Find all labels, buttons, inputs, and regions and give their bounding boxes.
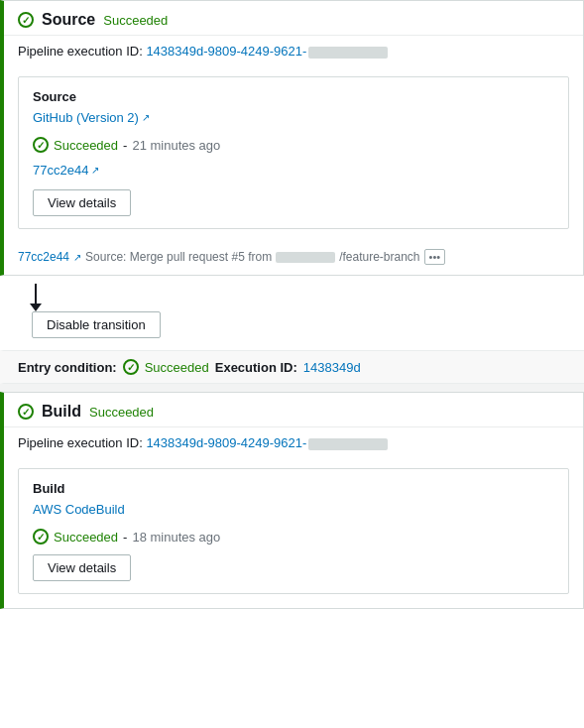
source-view-details-button[interactable]: View details [33,189,131,216]
source-commit-id: 77cc2e44 [33,163,88,178]
source-commit-row: 77cc2e44 ↗ Source: Merge pull request #5… [4,243,583,275]
source-success-row: ✓ Succeeded - 21 minutes ago [33,137,554,153]
source-footer-redacted [276,252,335,263]
build-title: Build [42,403,81,421]
source-card-title: Source [33,89,554,104]
source-card-status: Succeeded [54,138,118,153]
build-section: ✓ Build Succeeded Pipeline execution ID:… [0,392,584,609]
build-time-ago: 18 minutes ago [132,530,220,545]
build-inner-card: Build AWS CodeBuild ✓ Succeeded - 18 min… [18,468,569,594]
source-pipeline-id-link[interactable]: 1438349d-9809-4249-9621- [146,44,306,59]
source-section: ✓ Source Succeeded Pipeline execution ID… [0,0,584,276]
build-card-status: Succeeded [54,530,118,545]
build-provider-label: AWS CodeBuild [33,502,125,517]
build-header: ✓ Build Succeeded [4,393,583,427]
exec-id-label: Execution ID: [215,360,297,375]
build-success-row: ✓ Succeeded - 18 minutes ago [33,529,554,545]
source-provider-link[interactable]: GitHub (Version 2) ↗ [33,110,150,125]
source-provider-label: GitHub (Version 2) [33,110,139,125]
entry-condition-check-icon: ✓ [123,359,139,375]
build-card-check-icon: ✓ [33,529,49,545]
more-icon[interactable]: ••• [424,249,446,265]
source-inner-card: Source GitHub (Version 2) ↗ ✓ Succeeded … [18,76,569,229]
build-separator: - [123,530,127,545]
transition-section: Disable transition [0,276,584,350]
entry-condition-bar: Entry condition: ✓ Succeeded Execution I… [0,350,584,384]
build-pipeline-id-redacted [308,438,388,450]
disable-transition-button[interactable]: Disable transition [32,311,161,338]
arrow-head [30,303,42,311]
source-commit-link[interactable]: 77cc2e44 ↗ [33,163,99,178]
source-pipeline-id-redacted [308,47,388,59]
build-view-details-button[interactable]: View details [33,554,131,581]
source-pipeline-id-row: Pipeline execution ID: 1438349d-9809-424… [4,36,583,62]
build-pipeline-label: Pipeline execution ID: [18,435,143,450]
footer-external-icon: ↗ [73,252,81,263]
entry-condition-status: Succeeded [145,360,209,375]
arrow-line [35,284,37,303]
source-header: ✓ Source Succeeded [4,1,583,36]
commit-external-icon: ↗ [91,165,99,176]
entry-condition-label: Entry condition: [18,360,117,375]
build-card-title: Build [33,481,554,496]
source-separator: - [123,138,127,153]
exec-id-link[interactable]: 1438349d [303,360,361,375]
external-link-icon: ↗ [142,112,150,123]
build-status: Succeeded [89,405,154,420]
source-time-ago: 21 minutes ago [132,138,220,153]
build-pipeline-id-row: Pipeline execution ID: 1438349d-9809-424… [4,427,583,454]
source-footer-text: Source: Merge pull request #5 from [85,250,272,264]
source-card-check-icon: ✓ [33,137,49,153]
transition-arrow [30,284,42,311]
source-pipeline-label: Pipeline execution ID: [18,44,143,59]
source-footer-commit-link[interactable]: 77cc2e44 [18,250,69,264]
build-provider-link[interactable]: AWS CodeBuild [33,502,125,517]
source-footer-branch: /feature-branch [339,250,419,264]
source-check-icon: ✓ [18,12,34,28]
build-pipeline-id-link[interactable]: 1438349d-9809-4249-9621- [146,435,306,450]
build-check-icon: ✓ [18,404,34,420]
source-title: Source [42,11,95,29]
separator [0,384,584,392]
source-status: Succeeded [103,13,168,28]
